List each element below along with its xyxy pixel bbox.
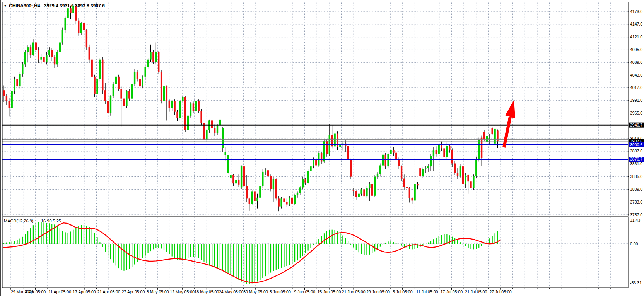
date-tick-label: 8 May 05:00 xyxy=(147,289,169,294)
candle-down xyxy=(363,189,365,196)
candle-up xyxy=(379,166,381,174)
candle-down xyxy=(443,148,445,157)
candle-down xyxy=(371,184,373,196)
price-axis[interactable]: 4173.04147.04121.04095.04069.04043.04017… xyxy=(628,9,642,217)
macd-tick-label: 31.43 xyxy=(630,218,640,222)
candle-up xyxy=(297,193,298,195)
candle-up xyxy=(163,86,165,101)
candle-up xyxy=(115,77,117,84)
candle-up xyxy=(294,195,296,204)
price-tick-label: 4069.0 xyxy=(630,60,642,65)
candle-down xyxy=(246,186,248,199)
price-tick-label: 4095.0 xyxy=(630,47,642,52)
chart-canvas[interactable]: 4173.04147.04121.04095.04069.04043.04017… xyxy=(1,0,644,296)
macd-histogram xyxy=(4,222,498,284)
candle-down xyxy=(166,86,167,101)
candle-down xyxy=(198,101,200,111)
date-tick-label: 27 Apr 05:00 xyxy=(122,289,145,294)
candle-up xyxy=(489,138,490,139)
candle-up xyxy=(32,43,34,55)
macd-values: 16.90 5.25 xyxy=(41,219,61,223)
candle-down xyxy=(158,52,159,72)
candle-down xyxy=(398,159,400,166)
candle-down xyxy=(54,57,55,64)
candle-down xyxy=(214,128,215,133)
candle-up xyxy=(206,130,207,140)
date-tick-label: 27 Jul 05:00 xyxy=(489,289,511,294)
price-tick-label: 3965.0 xyxy=(630,111,642,115)
candle-down xyxy=(353,190,354,191)
candle-down xyxy=(123,99,125,106)
candle-down xyxy=(176,112,178,118)
price-badge-label: 3870.7 xyxy=(630,157,642,161)
price-tick-label: 4147.0 xyxy=(630,22,642,26)
candle-down xyxy=(254,191,255,201)
candle-down xyxy=(393,150,394,153)
candle-down xyxy=(419,168,421,176)
date-tick-label: 29 Jun 05:00 xyxy=(366,289,390,294)
candle-down xyxy=(9,101,10,108)
candle-down xyxy=(43,57,44,62)
candle-down xyxy=(174,101,175,112)
horizontal-lines[interactable] xyxy=(2,125,628,159)
candle-down xyxy=(412,198,413,200)
candle-down xyxy=(470,181,471,188)
candle-up xyxy=(96,79,98,94)
candle-down xyxy=(86,30,87,47)
price-badges: 3940.73907.63900.63870.7 xyxy=(629,123,644,162)
price-tick-label: 4017.0 xyxy=(630,85,642,90)
symbol-dropdown-icon[interactable]: ▼ xyxy=(3,4,7,8)
candle-down xyxy=(78,21,79,33)
price-tick-label: 3835.0 xyxy=(630,174,642,179)
candle-up xyxy=(390,150,391,154)
candle-up xyxy=(142,77,143,86)
macd-tick-label: -53.31 xyxy=(630,281,642,285)
candle-up xyxy=(425,168,426,169)
candle-down xyxy=(355,191,357,197)
candle-up xyxy=(67,8,68,18)
candle-up xyxy=(473,176,474,188)
candle-down xyxy=(238,180,239,184)
candle-down xyxy=(107,101,109,113)
candle-down xyxy=(267,170,269,176)
candle-down xyxy=(91,60,93,77)
candle-down xyxy=(200,111,202,123)
candlestick-series xyxy=(3,2,499,211)
date-tick-label: 5 Jul 05:00 xyxy=(393,289,413,294)
candle-down xyxy=(286,202,287,204)
candle-down xyxy=(395,153,397,159)
candle-up xyxy=(225,152,226,155)
candle-up xyxy=(427,166,429,168)
up-arrow-annotation[interactable] xyxy=(504,100,515,147)
macd-tick-label: 0.00 xyxy=(630,241,638,246)
date-tick-label: 17 Jul 05:00 xyxy=(441,289,463,294)
candle-down xyxy=(16,79,18,86)
candle-up xyxy=(433,150,434,156)
date-tick-label: 30 May 05:00 xyxy=(243,289,268,294)
macd-axis[interactable]: 31.430.00-53.31 xyxy=(630,218,642,285)
candle-up xyxy=(446,146,448,157)
candle-down xyxy=(305,179,306,183)
date-tick-label: 11 Jul 05:00 xyxy=(416,289,438,294)
candle-down xyxy=(385,155,386,166)
candle-up xyxy=(430,156,432,166)
candle-up xyxy=(465,175,466,184)
candle-up xyxy=(438,144,440,154)
candle-up xyxy=(190,103,191,116)
candle-up xyxy=(302,179,304,188)
price-badge-label: 3940.7 xyxy=(630,123,642,127)
candle-down xyxy=(249,198,250,204)
candle-down xyxy=(457,173,458,176)
candle-down xyxy=(270,176,272,189)
candle-up xyxy=(475,159,477,176)
price-tick-label: 4173.0 xyxy=(630,9,642,14)
candle-up xyxy=(251,191,253,204)
candle-up xyxy=(150,52,151,60)
candle-up xyxy=(179,101,181,118)
candle-down xyxy=(6,96,7,101)
candle-up xyxy=(24,52,26,65)
candle-up xyxy=(227,155,229,173)
candle-up xyxy=(339,145,341,147)
candle-down xyxy=(417,184,418,186)
time-axis[interactable]: 29 Mar 20234 Apr 05:0011 Apr 05:0017 Apr… xyxy=(11,288,623,294)
